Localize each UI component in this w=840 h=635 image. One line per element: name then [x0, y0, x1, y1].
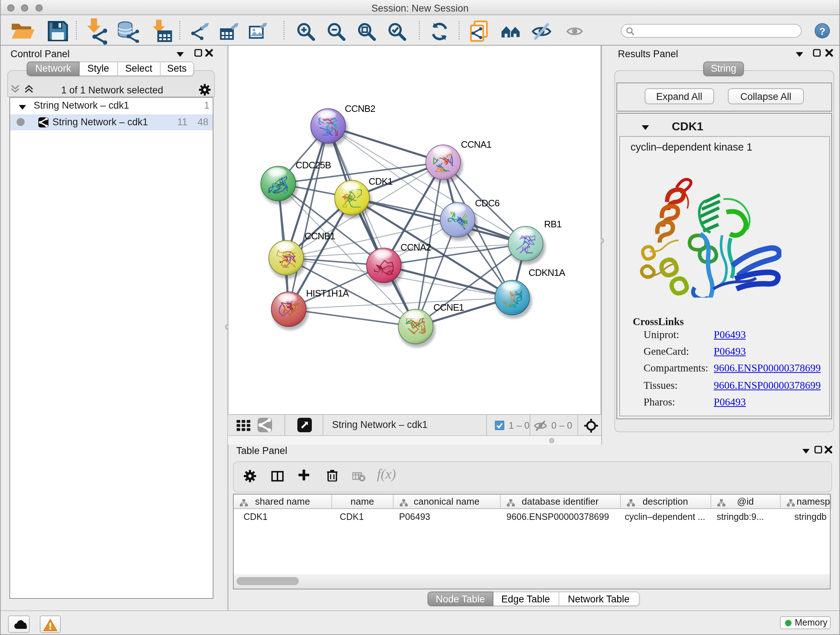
svg-text:CCNB2: CCNB2 — [344, 103, 375, 114]
svg-text:RB1: RB1 — [544, 219, 561, 230]
svg-text:CCNA1: CCNA1 — [461, 139, 491, 150]
svg-text:CDC6: CDC6 — [475, 198, 499, 209]
svg-text:CCNA2: CCNA2 — [400, 242, 431, 253]
svg-text:HIST1H1A: HIST1H1A — [306, 288, 349, 299]
svg-text:CDKN1A: CDKN1A — [528, 267, 565, 278]
svg-text:CCNB1: CCNB1 — [304, 231, 335, 241]
svg-text:CDC25B: CDC25B — [295, 160, 331, 171]
svg-text:CDK1: CDK1 — [368, 176, 392, 187]
svg-text:CCNE1: CCNE1 — [433, 302, 463, 313]
